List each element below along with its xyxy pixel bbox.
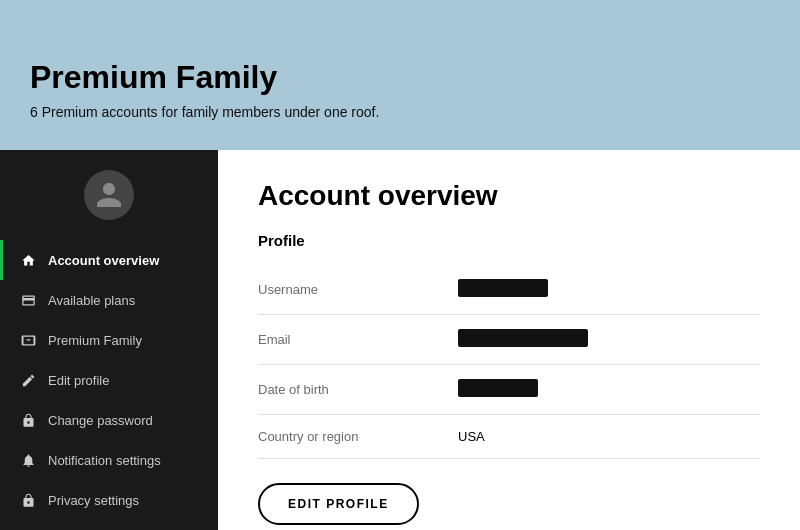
- sidebar-item-privacy-settings[interactable]: Privacy settings: [0, 480, 218, 520]
- avatar: [84, 170, 134, 220]
- section-title-profile: Profile: [258, 232, 760, 249]
- email-label: Email: [258, 332, 458, 347]
- sidebar-label-account-overview: Account overview: [48, 253, 159, 268]
- banner-subtitle: 6 Premium accounts for family members un…: [30, 104, 770, 120]
- card-icon: [20, 292, 36, 308]
- sidebar-label-available-plans: Available plans: [48, 293, 135, 308]
- main-layout: Account overview Available plans Premium…: [0, 150, 800, 530]
- top-banner: Premium Family 6 Premium accounts for fa…: [0, 0, 800, 150]
- sidebar-label-edit-profile: Edit profile: [48, 373, 109, 388]
- sidebar-label-premium-family: Premium Family: [48, 333, 142, 348]
- profile-row-dob: Date of birth: [258, 365, 760, 415]
- username-redacted: [458, 279, 548, 297]
- sidebar-item-notification-settings[interactable]: Notification settings: [0, 440, 218, 480]
- country-label: Country or region: [258, 429, 458, 444]
- sidebar-label-privacy-settings: Privacy settings: [48, 493, 139, 508]
- profile-row-username: Username: [258, 265, 760, 315]
- privacy-lock-icon: [20, 492, 36, 508]
- nav-list: Account overview Available plans Premium…: [0, 240, 218, 520]
- profile-row-email: Email: [258, 315, 760, 365]
- user-avatar-icon: [94, 180, 124, 210]
- sidebar-item-available-plans[interactable]: Available plans: [0, 280, 218, 320]
- sidebar-item-premium-family[interactable]: Premium Family: [0, 320, 218, 360]
- content-area: Account overview Profile Username Email …: [218, 150, 800, 530]
- bell-icon: [20, 452, 36, 468]
- profile-fields: Username Email Date of birth Country or …: [258, 265, 760, 459]
- dob-label: Date of birth: [258, 382, 458, 397]
- edit-profile-button[interactable]: EDIT PROFILE: [258, 483, 419, 525]
- lock-icon: [20, 412, 36, 428]
- email-value: [458, 329, 760, 350]
- sidebar-item-change-password[interactable]: Change password: [0, 400, 218, 440]
- dob-value: [458, 379, 760, 400]
- page-title: Account overview: [258, 180, 760, 212]
- username-value: [458, 279, 760, 300]
- banner-title: Premium Family: [30, 59, 770, 96]
- tablet-icon: [20, 332, 36, 348]
- sidebar-label-change-password: Change password: [48, 413, 153, 428]
- username-label: Username: [258, 282, 458, 297]
- country-value: USA: [458, 429, 760, 444]
- pencil-icon: [20, 372, 36, 388]
- profile-row-country: Country or region USA: [258, 415, 760, 459]
- sidebar-item-edit-profile[interactable]: Edit profile: [0, 360, 218, 400]
- sidebar-item-account-overview[interactable]: Account overview: [0, 240, 218, 280]
- dob-redacted: [458, 379, 538, 397]
- sidebar-label-notification-settings: Notification settings: [48, 453, 161, 468]
- email-redacted: [458, 329, 588, 347]
- home-icon: [20, 252, 36, 268]
- sidebar: Account overview Available plans Premium…: [0, 150, 218, 530]
